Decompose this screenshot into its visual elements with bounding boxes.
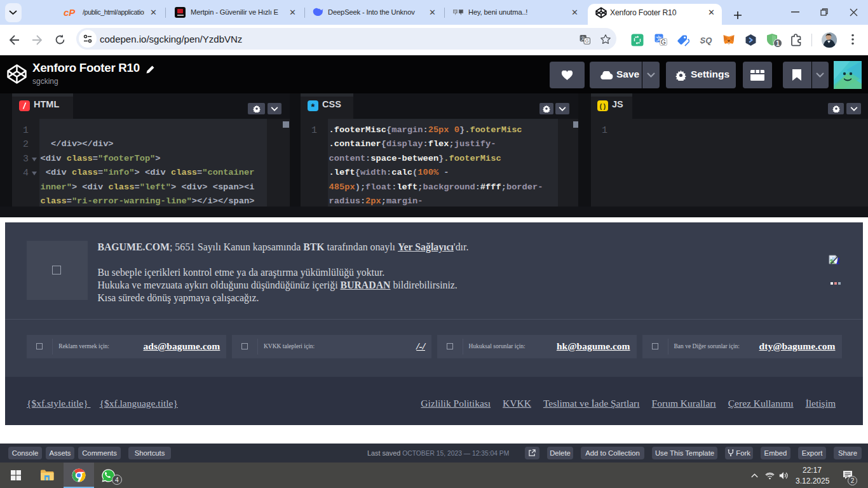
svg-text:( ): ( )	[600, 103, 606, 110]
svg-text:cP: cP	[64, 7, 76, 18]
svg-text:*: *	[311, 101, 315, 112]
svg-text:G: G	[585, 38, 589, 44]
svg-text:G: G	[661, 39, 666, 46]
